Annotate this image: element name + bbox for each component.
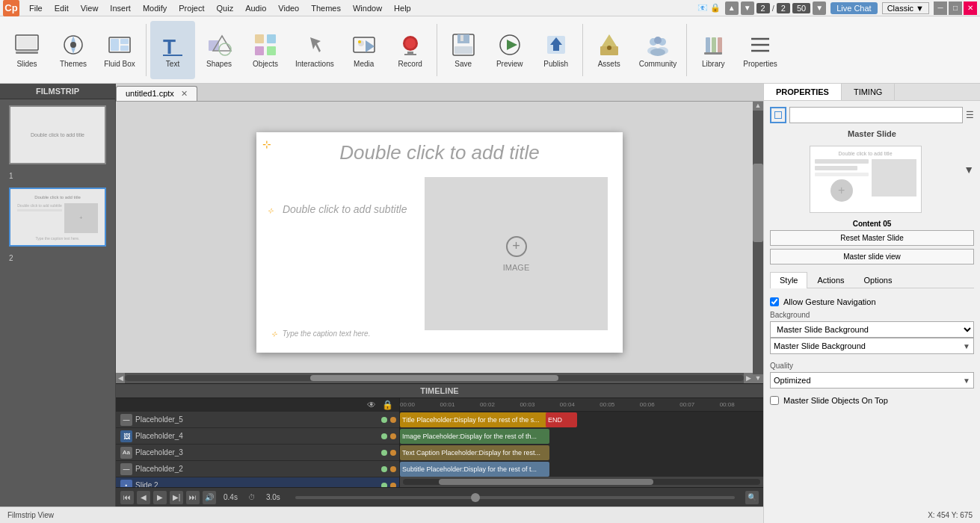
timeline-scrollbar-thumb[interactable] <box>439 479 653 485</box>
track-lock-placeholder5[interactable] <box>390 417 396 423</box>
eye-header-icon[interactable]: 👁 <box>367 400 376 410</box>
timeline-go-end-button[interactable]: ⏭ <box>186 491 200 504</box>
hscroll-thumb[interactable] <box>310 375 558 381</box>
timeline-bar-placeholder5-title[interactable]: Title Placeholder:Display for the rest o… <box>400 412 564 427</box>
slide-image-placeholder[interactable]: + IMAGE <box>425 177 608 330</box>
properties-search-input[interactable] <box>789 107 963 123</box>
menu-modify[interactable]: Modify <box>138 2 172 14</box>
nav-next-icon[interactable]: ▼ <box>741 1 754 15</box>
lock-header-icon[interactable]: 🔒 <box>382 400 393 410</box>
slide-subtitle-placeholder[interactable]: ⊹ Double click to add subtitle <box>268 203 407 215</box>
timeline-zoom-icon[interactable]: 🔍 <box>745 491 759 504</box>
nav-prev-icon[interactable]: ▲ <box>725 1 739 15</box>
track-eye-placeholder5[interactable] <box>381 417 387 423</box>
toolbar-fluid-box[interactable]: Fluid Box <box>97 21 142 79</box>
timeline-hscroll[interactable] <box>400 477 763 487</box>
canvas-vscroll[interactable]: ▲ ▼ <box>753 102 763 383</box>
toolbar-interactions[interactable]: Interactions <box>289 21 340 79</box>
tab-style[interactable]: Style <box>770 272 807 288</box>
menu-edit[interactable]: Edit <box>49 2 74 14</box>
quality-dropdown-chevron[interactable]: ▼ <box>963 377 970 385</box>
toolbar-record[interactable]: Record <box>388 21 433 79</box>
allow-gesture-checkbox[interactable] <box>770 297 779 306</box>
timeline-next-button[interactable]: ▶| <box>170 491 183 504</box>
track-eye-placeholder2[interactable] <box>381 466 387 472</box>
timeline-prev-button[interactable]: ◀ <box>137 491 150 504</box>
tab-properties[interactable]: PROPERTIES <box>764 84 842 100</box>
master-slide-dropdown-arrow[interactable]: ▼ <box>964 164 974 176</box>
slide-title-placeholder[interactable]: Double click to add title <box>271 141 608 164</box>
quality-dropdown-display[interactable]: Optimized ▼ <box>770 372 974 389</box>
svg-point-21 <box>358 40 361 43</box>
menu-video[interactable]: Video <box>273 2 304 14</box>
timeline-bar-placeholder2[interactable]: Subtitle Placeholder:Display for the res… <box>400 462 549 477</box>
track-eye-placeholder4[interactable] <box>381 433 387 439</box>
toolbar-assets[interactable]: Assets <box>587 21 632 79</box>
classic-mode-button[interactable]: Classic ▼ <box>882 2 929 14</box>
tab-timing[interactable]: TIMING <box>842 84 896 100</box>
live-chat-button[interactable]: Live Chat <box>830 2 877 14</box>
canvas-hscroll[interactable]: ◀ ▶ <box>116 373 753 383</box>
timeline-play-button[interactable]: ▶ <box>153 491 167 504</box>
timeline-audio-icon[interactable]: 🔊 <box>203 491 216 504</box>
window-minimize-button[interactable]: ─ <box>934 1 947 15</box>
zoom-dropdown-icon[interactable]: ▼ <box>813 1 826 15</box>
timeline-zoom-thumb[interactable] <box>471 493 480 502</box>
window-close-button[interactable]: ✕ <box>964 1 977 15</box>
menu-audio[interactable]: Audio <box>240 2 271 14</box>
toolbar-preview[interactable]: Preview <box>487 21 532 79</box>
slide-thumb-2[interactable]: Double click to add title Double click t… <box>9 188 106 247</box>
toolbar-community[interactable]: Community <box>633 21 683 79</box>
reset-master-slide-button[interactable]: Reset Master Slide <box>770 230 974 246</box>
toolbar-save[interactable]: Save <box>441 21 486 79</box>
properties-icon <box>747 31 774 58</box>
toolbar-properties[interactable]: Properties <box>737 21 783 79</box>
master-slide-view-button[interactable]: Master slide view <box>770 249 974 264</box>
properties-dropdown-icon[interactable]: ☰ <box>966 110 974 120</box>
menu-window[interactable]: Window <box>348 2 387 14</box>
slide-thumb-1[interactable]: Double click to add title <box>9 105 106 164</box>
image-add-icon[interactable]: + <box>506 236 527 257</box>
slide-caption-placeholder[interactable]: ⊹ Type the caption text here. <box>271 329 370 338</box>
menu-insert[interactable]: Insert <box>105 2 136 14</box>
toolbar-themes[interactable]: Themes <box>51 21 96 79</box>
background-select[interactable]: Master Slide Background <box>770 321 974 338</box>
menu-project[interactable]: Project <box>173 2 209 14</box>
svg-rect-29 <box>454 46 472 54</box>
window-maximize-button[interactable]: □ <box>949 1 962 15</box>
tab-close-icon[interactable]: ✕ <box>181 89 188 98</box>
toolbar-objects[interactable]: Objects <box>243 21 288 79</box>
master-objects-top-checkbox[interactable] <box>770 396 779 405</box>
timeline-bar-placeholder4[interactable]: Image Placeholder:Display for the rest o… <box>400 429 549 444</box>
tab-options[interactable]: Options <box>854 272 902 288</box>
toolbar-library[interactable]: Library <box>691 21 736 79</box>
object-selector-square[interactable] <box>770 107 786 123</box>
track-lock-slide2[interactable] <box>390 483 396 488</box>
track-lock-placeholder3[interactable] <box>390 450 396 456</box>
tab-untitled1[interactable]: untitled1.cptx ✕ <box>116 86 197 101</box>
timeline-bar-placeholder5-end[interactable]: END <box>546 412 577 427</box>
toolbar-text[interactable]: T Text <box>150 21 195 79</box>
menu-themes[interactable]: Themes <box>306 2 346 14</box>
toolbar-publish[interactable]: Publish <box>534 21 579 79</box>
background-dropdown-display[interactable]: Master Slide Background ▼ <box>770 338 974 354</box>
vscroll-thumb[interactable] <box>753 164 763 243</box>
canvas-area[interactable]: ▲ ▼ ◀ ▶ ⊹ Double click to add title ⊹ <box>116 102 763 383</box>
track-eye-placeholder3[interactable] <box>381 450 387 456</box>
background-dropdown-chevron[interactable]: ▼ <box>963 342 970 350</box>
slide-canvas[interactable]: ⊹ Double click to add title ⊹ Double cli… <box>256 132 623 353</box>
menu-quiz[interactable]: Quiz <box>212 2 239 14</box>
tab-actions[interactable]: Actions <box>807 272 854 288</box>
menu-help[interactable]: Help <box>389 2 416 14</box>
timeline-zoom-slider[interactable] <box>295 496 735 499</box>
track-lock-placeholder2[interactable] <box>390 466 396 472</box>
timeline-bar-placeholder3[interactable]: Text Caption Placeholder:Display for the… <box>400 445 549 460</box>
toolbar-shapes[interactable]: Shapes <box>197 21 241 79</box>
track-eye-slide2[interactable] <box>381 483 387 488</box>
menu-file[interactable]: File <box>24 2 48 14</box>
toolbar-media[interactable]: Media <box>342 21 386 79</box>
toolbar-slides[interactable]: Slides <box>4 21 49 79</box>
menu-view[interactable]: View <box>75 2 104 14</box>
track-lock-placeholder4[interactable] <box>390 433 396 439</box>
timeline-go-start-button[interactable]: ⏮ <box>120 491 134 504</box>
